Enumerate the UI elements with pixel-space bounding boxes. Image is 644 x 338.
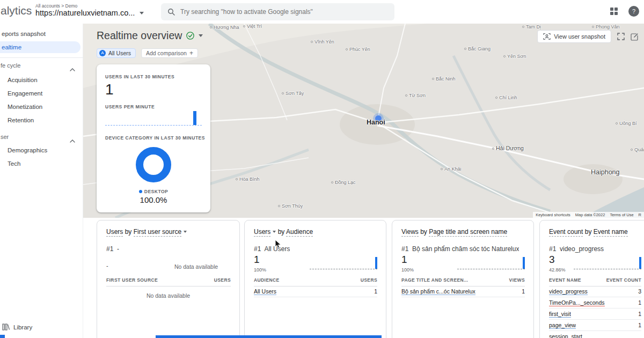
table-row[interactable]: video_progress 3 xyxy=(549,286,641,297)
help-icon[interactable]: ? xyxy=(628,6,639,17)
analytics-logo[interactable]: alytics xyxy=(1,4,32,17)
table-header: EVENT NAME EVENT COUNT xyxy=(549,277,641,286)
sidebar-item-tech[interactable]: Tech xyxy=(8,160,20,167)
table-row[interactable]: session_start xyxy=(549,331,641,338)
dimension-selector[interactable]: First user source xyxy=(134,228,181,237)
sidebar-item-reports-snapshot[interactable]: eports snapshot xyxy=(2,31,46,37)
column-value: USERS xyxy=(214,277,231,283)
map-label: Việt Trì xyxy=(243,24,262,29)
no-data-message: No data available xyxy=(162,263,231,270)
metric-selector[interactable]: Views xyxy=(401,228,419,237)
terms-of-use-link[interactable]: Terms of Use xyxy=(610,212,633,217)
rank-label: #1 xyxy=(254,245,261,253)
library-icon xyxy=(2,324,10,330)
account-breadcrumb[interactable]: All accounts > Demo xyxy=(35,3,77,9)
sidebar-item-demographics[interactable]: Demographics xyxy=(8,147,47,153)
top-item: #1 - xyxy=(106,245,119,253)
column-value: EVENT COUNT xyxy=(606,277,641,283)
map-label: Yên Sơn xyxy=(503,54,526,59)
map-label: Sơn Tây xyxy=(282,91,304,96)
keyboard-shortcuts-link[interactable]: Keyboard shortcuts xyxy=(536,212,570,217)
search-icon xyxy=(167,8,175,16)
row-name[interactable]: All Users xyxy=(254,288,276,295)
bottom-blue-bar xyxy=(156,335,382,338)
all-users-chip[interactable]: A All Users xyxy=(97,48,136,58)
row-name[interactable]: session_start xyxy=(549,333,582,338)
report-error-link[interactable]: R xyxy=(639,212,641,217)
edit-dashboard-icon[interactable] xyxy=(631,33,639,41)
row-name[interactable]: page_view xyxy=(549,322,576,329)
mouse-cursor xyxy=(275,239,281,251)
top-item-percent: 100% xyxy=(401,267,414,273)
chip-label: Add comparison xyxy=(146,50,187,56)
top-item: #1 Bộ sản phẩm chăm sóc tóc Naturelux xyxy=(401,245,519,253)
users-30min-label: USERS IN LAST 30 MINUTES xyxy=(105,74,202,79)
table-row[interactable]: All Users 1 xyxy=(254,286,377,297)
map-label: Hòa Bình xyxy=(236,177,260,182)
card-dimension-selector[interactable]: Users by Audience xyxy=(254,228,313,236)
empty-value: - xyxy=(106,262,108,269)
table-row[interactable]: first_visit 1 xyxy=(549,308,641,320)
search-input[interactable] xyxy=(180,8,388,16)
top-item-value: 3 xyxy=(549,254,555,266)
sidebar-section-user[interactable]: ser xyxy=(1,134,9,140)
report-cards: Users by First user source #1 - - No dat… xyxy=(83,218,644,338)
chevron-up-icon[interactable] xyxy=(70,135,75,145)
map-label: Đồng Lạc xyxy=(331,180,356,185)
row-name[interactable]: first_visit xyxy=(549,311,571,318)
metric-selector[interactable]: Event count xyxy=(549,228,583,237)
chevron-down-icon[interactable] xyxy=(199,34,203,37)
by-word: by xyxy=(420,228,427,236)
apps-grid-icon[interactable] xyxy=(609,6,620,17)
legend-dot xyxy=(139,190,142,193)
users-per-minute-label: USERS PER MINUTE xyxy=(105,104,202,109)
sparkline-chart xyxy=(574,255,641,271)
dimension-selector[interactable]: Page title and screen name xyxy=(429,228,507,237)
table-header: AUDIENCE USERS xyxy=(254,277,377,286)
metric-selector[interactable]: Users xyxy=(254,228,270,237)
page-title: Realtime overview xyxy=(97,30,182,42)
map-toolbar: View user snapshot xyxy=(537,30,639,43)
top-item-name: video_progress xyxy=(560,245,604,253)
table-row[interactable]: page_view 1 xyxy=(549,320,641,331)
map-label: Vĩnh Yên xyxy=(311,39,334,45)
view-user-snapshot-button[interactable]: View user snapshot xyxy=(537,30,611,43)
row-name[interactable]: video_progress xyxy=(549,288,588,295)
dimension-selector[interactable]: Audience xyxy=(286,228,313,237)
search-bar[interactable] xyxy=(161,3,394,20)
table-row[interactable]: TimeOnPa..._seconds 1 xyxy=(549,297,641,308)
property-name: https://natureluxvietnam.co... xyxy=(35,9,135,17)
realtime-map[interactable]: Hương NhaViệt TrìVĩnh YênPhúc YênBắc Gia… xyxy=(83,24,644,218)
row-name[interactable]: TimeOnPa..._seconds xyxy=(549,299,605,306)
sidebar-item-acquisition[interactable]: Acquisition xyxy=(8,77,38,83)
table-row[interactable]: Bộ sản phẩm c...óc Naturelux 1 xyxy=(401,286,525,297)
column-dimension: PAGE TITLE AND SCREEN... xyxy=(401,277,468,283)
table-rows: video_progress 3 TimeOnPa..._seconds 1 f… xyxy=(549,286,641,338)
sidebar-item-library[interactable]: Library xyxy=(2,324,32,330)
fullscreen-icon[interactable] xyxy=(617,33,625,40)
add-comparison-chip[interactable]: Add comparison + xyxy=(141,48,198,58)
card-dimension-selector[interactable]: Views by Page title and screen name xyxy=(401,228,507,236)
chevron-up-icon[interactable] xyxy=(70,64,75,74)
bottom-left-blue-mark xyxy=(0,335,5,338)
sidebar-item-realtime[interactable]: ealtime xyxy=(0,41,80,53)
property-selector[interactable]: https://natureluxvietnam.co... xyxy=(35,9,144,17)
data-quality-check-icon[interactable] xyxy=(186,32,194,40)
map-label: Uông Bí xyxy=(616,121,637,126)
sidebar-section-life-cycle[interactable]: fe cycle xyxy=(1,62,20,69)
column-dimension: EVENT NAME xyxy=(549,277,581,283)
sidebar-item-retention[interactable]: Retention xyxy=(8,117,34,123)
map-label: Chí Linh xyxy=(495,95,517,100)
sidebar-item-engagement[interactable]: Engagement xyxy=(8,90,42,97)
metric-selector[interactable]: Users xyxy=(106,228,123,237)
card-dimension-selector[interactable]: Event count by Event name xyxy=(549,228,628,236)
top-item-percent: 100% xyxy=(254,267,266,273)
card-views-by-page-title: Views by Page title and screen name #1 B… xyxy=(392,220,534,338)
dimension-selector[interactable]: Event name xyxy=(594,228,628,237)
map-label: An Khải xyxy=(441,166,462,172)
page-header: Realtime overview xyxy=(97,30,203,42)
rank-label: #1 xyxy=(549,245,556,253)
row-name[interactable]: Bộ sản phẩm c...óc Naturelux xyxy=(401,288,475,295)
card-dimension-selector[interactable]: Users by First user source xyxy=(106,228,187,236)
sidebar-item-monetization[interactable]: Monetization xyxy=(8,104,42,110)
